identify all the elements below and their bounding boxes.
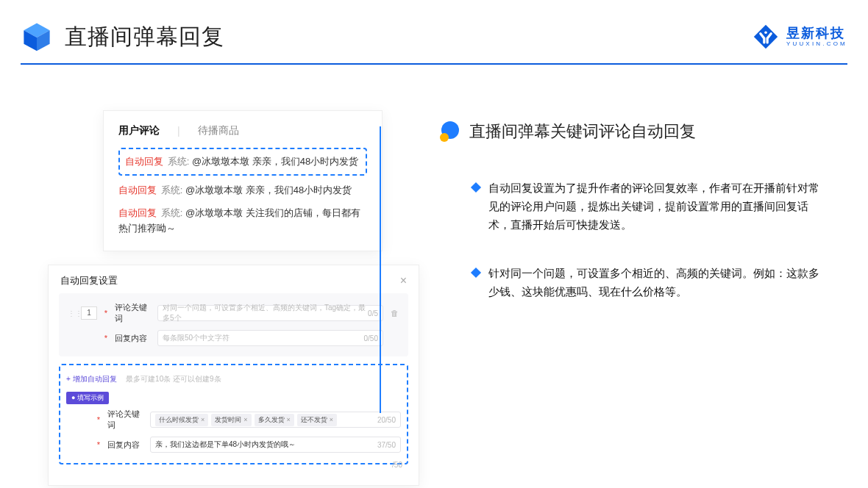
auto-reply-tag: 自动回复 (118, 184, 157, 195)
keyword-placeholder: 对同一个问题，可设置多个相近、高频的关键词，Tag确定，最多5个 (163, 303, 368, 323)
reply-user: @冰墩墩本墩 (185, 207, 243, 218)
svg-marker-3 (754, 25, 778, 49)
content-label: 回复内容 (115, 333, 152, 344)
system-tag: 系统: (161, 207, 183, 218)
brand-logo: 昱新科技 YUUXIN.COM (753, 24, 847, 50)
connector-line-v (380, 126, 381, 413)
tab-separator: | (177, 125, 180, 137)
example-keyword-row: * 评论关键词 什么时候发货×发货时间×多久发货×还不发货× 20/50 (66, 409, 401, 431)
drag-handle-icon[interactable]: ⋮⋮ (68, 309, 75, 317)
example-box: + 增加自动回复 最多可建10条 还可以创建9条 ● 填写示例 * 评论关键词 … (59, 364, 408, 464)
required-star: * (103, 334, 109, 342)
cube-icon (21, 21, 53, 53)
right-content: 直播间弹幕关键词评论自动回复 自动回复设置为了提升作者的评论回复效率，作者可在开… (440, 121, 844, 332)
add-hint: 最多可建10条 还可以创建9条 (126, 375, 221, 383)
tag-chip[interactable]: 发货时间× (211, 414, 251, 426)
svg-point-4 (764, 31, 767, 34)
example-kw-counter: 20/50 (377, 416, 396, 424)
brand-icon (753, 24, 779, 50)
tab-user-comments[interactable]: 用户评论 (118, 124, 160, 137)
reply-line-2: 自动回复 系统: @冰墩墩本墩 亲亲，我们48小时内发货 (118, 183, 367, 198)
content-row: * 回复内容 每条限50个中文字符 0/50 (68, 330, 399, 346)
settings-title: 自动回复设置 (60, 274, 118, 287)
auto-reply-tag: 自动回复 (118, 207, 157, 218)
diamond-icon (471, 268, 481, 278)
keyword-input[interactable]: 对同一个问题，可设置多个相近、高频的关键词，Tag确定，最多5个 0/5 (157, 305, 383, 321)
keyword-label: 评论关键词 (107, 409, 144, 431)
bullet-2-text: 针对同一个问题，可设置多个相近的、高频的关键词。例如：这款多少钱、这块能优惠吗、… (488, 265, 827, 301)
right-title: 直播间弹幕关键词评论自动回复 (469, 121, 696, 143)
right-heading: 直播间弹幕关键词评论自动回复 (440, 121, 844, 143)
bullet-1-text: 自动回复设置为了提升作者的评论回复效率，作者可在开播前针对常见的评论用户问题，提… (488, 179, 827, 234)
content-counter: 0/50 (364, 334, 378, 342)
keyword-row: ⋮⋮ 1 * 评论关键词 对同一个问题，可设置多个相近、高频的关键词，Tag确定… (68, 302, 399, 324)
content-placeholder: 每条限50个中文字符 (163, 333, 230, 343)
example-keyword-input[interactable]: 什么时候发货×发货时间×多久发货×还不发货× 20/50 (150, 412, 401, 428)
tag-chip[interactable]: 多久发货× (255, 414, 294, 426)
add-auto-reply-link[interactable]: + 增加自动回复 (66, 375, 117, 383)
system-tag: 系统: (168, 156, 190, 167)
outside-counter: /50 (392, 461, 402, 469)
reply-msg: 亲亲，我们48小时内发货 (243, 184, 352, 195)
bullet-2: 针对同一个问题，可设置多个相近的、高频的关键词。例如：这款多少钱、这块能优惠吗、… (440, 265, 844, 301)
required-star: * (96, 415, 102, 424)
brand-name-en: YUUXIN.COM (786, 41, 847, 48)
content-input[interactable]: 每条限50个中文字符 0/50 (157, 330, 383, 346)
example-content-text: 亲，我们这边都是下单48小时内发货的哦～ (155, 439, 296, 450)
settings-body: ⋮⋮ 1 * 评论关键词 对同一个问题，可设置多个相近、高频的关键词，Tag确定… (59, 293, 408, 356)
keyword-label: 评论关键词 (115, 302, 152, 324)
content-label: 回复内容 (107, 439, 144, 451)
bullet-1: 自动回复设置为了提升作者的评论回复效率，作者可在开播前针对常见的评论用户问题，提… (440, 179, 844, 234)
diamond-icon (471, 182, 481, 193)
reply-user: @冰墩墩本墩 (192, 156, 249, 167)
reply-line-3: 自动回复 系统: @冰墩墩本墩 关注我们的店铺，每日都有热门推荐呦～ (118, 206, 367, 237)
bullet-dot-icon (440, 121, 460, 142)
settings-header: 自动回复设置 × (59, 273, 408, 293)
auto-reply-tag: 自动回复 (125, 156, 163, 167)
keyword-counter: 0/5 (368, 309, 378, 317)
required-star: * (103, 309, 109, 317)
example-content-row: * 回复内容 亲，我们这边都是下单48小时内发货的哦～ 37/50 (66, 437, 401, 453)
row-number: 1 (81, 306, 97, 320)
tag-chip[interactable]: 还不发货× (297, 414, 337, 426)
header-left: 直播间弹幕回复 (21, 21, 224, 53)
trash-icon[interactable]: 🗑 (389, 309, 399, 317)
left-illustration: 用户评论 | 待播商品 自动回复 系统: @冰墩墩本墩 亲亲，我们48小时内发货… (37, 103, 427, 478)
header-divider (21, 63, 847, 65)
brand-name-cn: 昱新科技 (786, 26, 847, 41)
page-title: 直播间弹幕回复 (65, 22, 224, 52)
highlighted-reply: 自动回复 系统: @冰墩墩本墩 亲亲，我们48小时内发货 (118, 148, 367, 176)
required-star: * (96, 440, 102, 449)
tab-row: 用户评论 | 待播商品 (118, 124, 367, 137)
reply-user: @冰墩墩本墩 (185, 184, 243, 195)
settings-panel: 自动回复设置 × ⋮⋮ 1 * 评论关键词 对同一个问题，可设置多个相近、高频的… (48, 265, 419, 486)
page-header: 直播间弹幕回复 昱新科技 YUUXIN.COM (21, 21, 847, 53)
example-badge: ● 填写示例 (66, 392, 109, 404)
tag-chip[interactable]: 什么时候发货× (155, 414, 208, 426)
brand-text: 昱新科技 YUUXIN.COM (786, 26, 847, 48)
comments-panel: 用户评论 | 待播商品 自动回复 系统: @冰墩墩本墩 亲亲，我们48小时内发货… (103, 110, 383, 251)
close-icon[interactable]: × (400, 274, 407, 287)
example-content-counter: 37/50 (377, 441, 396, 449)
tab-pending-products[interactable]: 待播商品 (198, 124, 239, 137)
example-tags: 什么时候发货×发货时间×多久发货×还不发货× (155, 414, 340, 426)
example-content-input[interactable]: 亲，我们这边都是下单48小时内发货的哦～ 37/50 (150, 437, 401, 453)
reply-msg: 亲亲，我们48小时内发货 (249, 156, 358, 167)
system-tag: 系统: (161, 184, 183, 195)
